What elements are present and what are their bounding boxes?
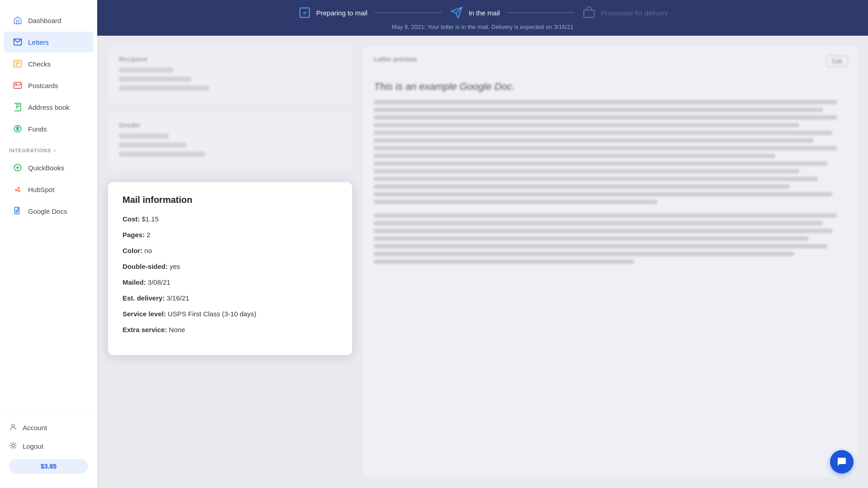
sidebar-item-letters[interactable]: Letters — [4, 32, 94, 52]
sidebar-item-checks[interactable]: Checks — [4, 53, 94, 74]
status-connector-2 — [507, 12, 575, 13]
sidebar-item-label: Funds — [28, 125, 47, 133]
checks-icon — [13, 59, 23, 69]
recipient-card-title: Recipient — [119, 56, 341, 63]
quickbooks-icon — [13, 163, 23, 173]
mail-info-service-level: Service level: USPS First Class (3-10 da… — [123, 309, 338, 319]
sidebar-item-label: Checks — [28, 60, 51, 68]
account-icon — [9, 423, 17, 432]
sidebar-item-postcards[interactable]: Postcards — [4, 75, 94, 96]
sidebar-item-dashboard[interactable]: Dashboard — [4, 10, 94, 31]
sidebar-item-label: HubSpot — [28, 186, 54, 193]
mail-info-double-sided: Double-sided: yes — [123, 262, 338, 271]
svg-point-22 — [12, 424, 14, 427]
recipient-line-3 — [119, 85, 209, 91]
step-label: Processed for delivery — [601, 9, 668, 17]
status-step-in-mail: In the mail — [449, 5, 500, 20]
mail-info-pages-value: 2 — [146, 231, 150, 239]
sidebar-item-label: Google Docs — [28, 207, 67, 215]
left-panel: Recipient Sender Mail information Cost: … — [108, 47, 352, 477]
letters-icon — [13, 37, 23, 47]
svg-point-23 — [12, 444, 14, 447]
text-line — [374, 177, 818, 181]
mail-info-mailed-label: Mailed: — [123, 278, 148, 286]
preview-edit-button[interactable]: Edit — [826, 56, 848, 67]
mail-info-pages-label: Pages: — [123, 231, 146, 239]
text-line — [374, 115, 837, 120]
sidebar-item-google-docs[interactable]: Google Docs — [4, 201, 94, 221]
recipient-line-2 — [119, 76, 191, 82]
mail-info-est-delivery-value: 3/16/21 — [167, 294, 189, 302]
text-line — [374, 161, 827, 166]
postcards-icon — [13, 80, 23, 90]
sidebar-item-address-book[interactable]: Address book — [4, 97, 94, 117]
sidebar-item-hubspot[interactable]: HubSpot — [4, 179, 94, 200]
sidebar-item-label: Dashboard — [28, 17, 61, 24]
svg-rect-5 — [14, 82, 22, 88]
sender-line-2 — [119, 142, 187, 148]
sender-card: Sender — [108, 113, 352, 169]
recipient-line-1 — [119, 67, 173, 73]
in-mail-icon — [449, 5, 464, 20]
text-line — [374, 229, 832, 233]
mail-info-double-sided-value: yes — [170, 263, 180, 270]
text-line — [374, 138, 813, 143]
google-docs-icon — [13, 206, 23, 216]
mail-info-color-value: no — [144, 247, 152, 254]
sidebar-item-label: Address book — [28, 103, 70, 111]
text-line — [374, 259, 634, 264]
address-book-icon — [13, 102, 23, 112]
sidebar-item-quickbooks[interactable]: QuickBooks — [4, 157, 94, 178]
mail-info-extra-service-value: None — [169, 326, 185, 333]
sidebar-item-funds[interactable]: Funds — [4, 118, 94, 139]
mail-info-est-delivery: Est. delivery: 3/16/21 — [123, 293, 338, 303]
mail-info-service-level-value: USPS First Class (3-10 days) — [168, 310, 256, 318]
step-label: In the mail — [468, 9, 500, 17]
sidebar-item-account[interactable]: Account — [4, 418, 94, 437]
preparing-icon — [297, 5, 312, 20]
sidebar: Dashboard Letters Checks Postcards — [0, 0, 97, 488]
sidebar-item-label: Logout — [23, 442, 43, 450]
text-line — [374, 252, 794, 256]
chevron-right-icon: › — [54, 147, 56, 154]
text-line — [374, 221, 823, 225]
content-area: Recipient Sender Mail information Cost: … — [97, 36, 868, 488]
mail-info-cost-value: $1.15 — [142, 215, 159, 223]
funds-icon — [13, 124, 23, 134]
text-line — [374, 213, 837, 218]
recipient-card: Recipient — [108, 47, 352, 103]
svg-line-17 — [17, 191, 18, 191]
letter-preview-panel: Letter preview Edit This is an example G… — [363, 47, 857, 477]
main-content: Preparing to mail In the mail Processed … — [97, 0, 868, 488]
sidebar-item-label: Postcards — [28, 82, 58, 89]
preview-doc-title: This is an example Google Doc. — [374, 81, 846, 93]
text-line — [374, 236, 808, 241]
chat-button[interactable] — [830, 450, 854, 474]
mail-info-extra-service-label: Extra service: — [123, 326, 169, 333]
mail-info-cost-label: Cost: — [123, 215, 142, 223]
mail-info-mailed: Mailed: 3/08/21 — [123, 277, 338, 287]
mail-info-double-sided-label: Double-sided: — [123, 263, 170, 270]
mail-info-color: Color: no — [123, 246, 338, 255]
mail-information-card: Mail information Cost: $1.15 Pages: 2 Co… — [108, 182, 352, 355]
svg-rect-25 — [584, 10, 594, 17]
sidebar-item-logout[interactable]: Logout — [4, 437, 94, 455]
mail-info-service-level-label: Service level: — [123, 310, 168, 318]
balance-button[interactable]: $3.85 — [9, 459, 88, 474]
home-icon — [13, 15, 23, 25]
text-line — [374, 100, 837, 104]
preview-text-block-2 — [374, 213, 846, 264]
status-bar: Preparing to mail In the mail Processed … — [97, 0, 868, 36]
step-label: Preparing to mail — [316, 9, 368, 17]
hubspot-icon — [13, 184, 23, 194]
mail-info-cost: Cost: $1.15 — [123, 214, 338, 224]
sender-line-3 — [119, 151, 205, 157]
status-connector-1 — [375, 12, 443, 13]
text-line — [374, 123, 799, 127]
sidebar-navigation: Dashboard Letters Checks Postcards — [0, 9, 97, 413]
preview-text-block-1 — [374, 100, 846, 204]
integrations-section-label: INTEGRATIONS › — [0, 140, 97, 156]
text-line — [374, 131, 832, 135]
text-line — [374, 108, 823, 112]
svg-point-6 — [15, 84, 17, 85]
